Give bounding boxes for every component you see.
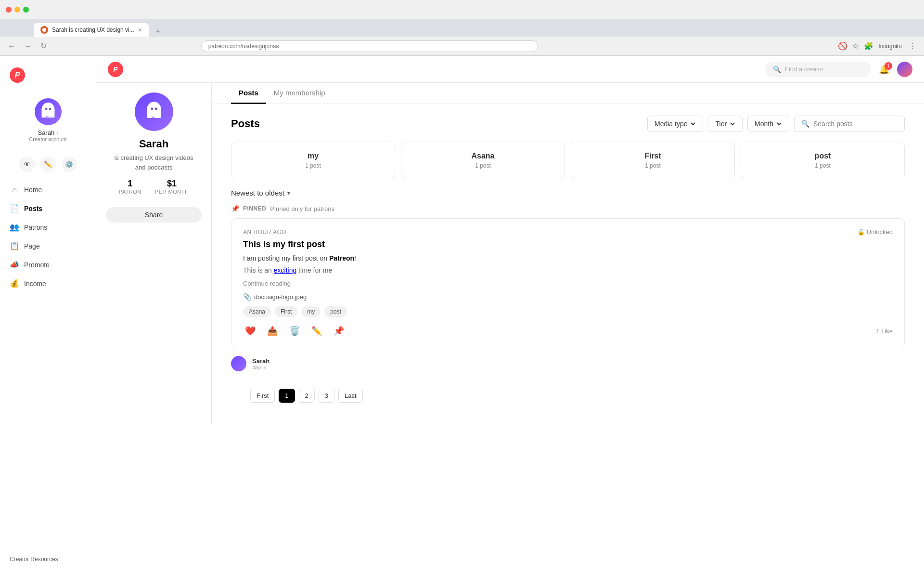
sidebar: P Sarah › Creator account 👁 ✏️	[0, 56, 96, 578]
posts-content-area: Posts My membership Posts Media type	[212, 83, 924, 424]
exciting-link[interactable]: exciting	[274, 266, 296, 274]
search-placeholder: Find a creator	[785, 66, 823, 73]
tag-post[interactable]: post	[324, 306, 347, 317]
sidebar-item-promote[interactable]: 📣 Promote	[0, 255, 96, 274]
tier-filter[interactable]: Tier	[708, 116, 743, 132]
settings-button[interactable]: ⚙️	[62, 157, 77, 172]
svg-rect-5	[147, 109, 161, 117]
pin-button[interactable]: 📌	[332, 324, 346, 338]
search-input[interactable]	[813, 120, 898, 128]
home-icon: ⌂	[10, 185, 19, 194]
profile-view-button[interactable]: 👁	[19, 157, 35, 172]
svg-point-3	[49, 108, 51, 110]
tag-card-asana[interactable]: Asana 1 post	[401, 142, 565, 179]
minimize-window-button[interactable]	[14, 7, 20, 13]
tag-first[interactable]: First	[275, 306, 297, 317]
notification-button[interactable]: 🔔 1	[879, 64, 889, 75]
share-post-button[interactable]: 📤	[265, 324, 280, 338]
income-icon: 💰	[10, 279, 19, 288]
sidebar-item-label-page: Page	[24, 242, 40, 250]
attachment-icon: 📎	[243, 293, 251, 301]
post-title[interactable]: This is my first post	[243, 239, 893, 250]
user-avatar-top[interactable]	[897, 62, 912, 77]
profile-name: Sarah	[139, 138, 168, 150]
post-meta: AN HOUR AGO 🔓 Unlocked	[243, 228, 893, 236]
close-window-button[interactable]	[6, 7, 12, 13]
user-name[interactable]: Sarah ›	[38, 129, 58, 136]
continue-reading-link[interactable]: Continue reading	[243, 280, 893, 287]
sidebar-item-home[interactable]: ⌂ Home	[0, 181, 96, 199]
sidebar-nav: ⌂ Home 📄 Posts 👥 Patrons 📋 Page 📣 Promot…	[0, 181, 96, 547]
sidebar-item-label-income: Income	[24, 280, 46, 288]
camera-off-icon: 🚫	[838, 41, 847, 51]
month-filter[interactable]: Month	[747, 116, 789, 132]
posts-header: Posts Media type Tier Month	[231, 116, 905, 132]
sort-bar: Newest to oldest ▾	[231, 189, 905, 197]
svg-point-6	[151, 107, 153, 110]
address-url: patreon.com/uxdesignjonas	[208, 43, 279, 50]
delete-button[interactable]: 🗑️	[287, 324, 302, 338]
global-search[interactable]: 🔍 Find a creator	[765, 62, 871, 77]
profile-sidebar: Sarah is creating UX design videos and p…	[96, 83, 212, 424]
tag-card-post[interactable]: post 1 post	[741, 142, 905, 179]
per-month-stat: $1 PER MONTH	[155, 179, 189, 195]
forward-button[interactable]: →	[22, 40, 34, 53]
top-nav-right: 🔍 Find a creator 🔔 1	[765, 62, 912, 77]
pinned-label: 📌 PINNED Pinned only for patrons	[231, 205, 905, 212]
refresh-button[interactable]: ↻	[38, 39, 49, 53]
tab-posts[interactable]: Posts	[231, 83, 266, 104]
comment-author: Sarah	[252, 357, 270, 365]
page-1-button[interactable]: 1	[279, 389, 295, 403]
back-button[interactable]: ←	[6, 40, 17, 53]
edit-button[interactable]: ✏️	[40, 157, 56, 172]
sidebar-item-label-home: Home	[24, 186, 42, 194]
tag-card-my[interactable]: my 1 post	[231, 142, 395, 179]
sidebar-item-label-posts: Posts	[24, 205, 42, 212]
last-page-button[interactable]: Last	[338, 389, 363, 403]
address-bar-input[interactable]: patreon.com/uxdesignjonas	[201, 40, 538, 52]
avatar[interactable]	[35, 98, 62, 125]
creator-resources-link[interactable]: Creator Resources	[10, 556, 58, 563]
like-button[interactable]: ❤️	[243, 324, 257, 338]
tab-membership[interactable]: My membership	[266, 83, 333, 104]
post-excerpt: This is an exciting time for me	[243, 266, 893, 274]
unlock-icon: 🔓	[858, 229, 865, 236]
sidebar-item-label-patrons: Patrons	[24, 223, 47, 231]
share-button[interactable]: Share	[106, 207, 202, 223]
tag-my[interactable]: my	[301, 306, 321, 317]
new-tab-button[interactable]: +	[153, 26, 164, 37]
search-icon-small: 🔍	[801, 120, 809, 128]
incognito-label: Incognito	[878, 43, 902, 50]
sidebar-item-income[interactable]: 💰 Income	[0, 274, 96, 293]
comment-time: 48min	[252, 365, 270, 370]
maximize-window-button[interactable]	[23, 7, 29, 13]
posts-icon: 📄	[10, 204, 19, 213]
page-3-button[interactable]: 3	[319, 389, 334, 403]
search-icon: 🔍	[773, 66, 781, 73]
first-page-button[interactable]: First	[250, 389, 275, 403]
tag-asana[interactable]: Asana	[243, 306, 271, 317]
tab-close-button[interactable]: ×	[138, 26, 142, 34]
svg-point-7	[154, 107, 157, 110]
edit-post-button[interactable]: ✏️	[309, 324, 324, 338]
posts-search[interactable]: 🔍	[794, 116, 905, 132]
page-2-button[interactable]: 2	[299, 389, 315, 403]
tag-card-first[interactable]: First 1 post	[571, 142, 735, 179]
browser-menu-button[interactable]: ⋮	[907, 39, 918, 53]
like-count: 1 Like	[876, 328, 893, 335]
browser-tab[interactable]: Sarah is creating UX design vi... ×	[34, 23, 149, 37]
post-actions: ❤️ 📤 🗑️ ✏️ 📌 1 Like	[243, 324, 893, 338]
patreon-logo[interactable]: P	[10, 67, 25, 83]
post-tags: Asana First my post	[243, 306, 893, 317]
user-section: Sarah › Creator account	[0, 92, 96, 148]
top-nav-logo[interactable]: P	[108, 62, 123, 77]
sidebar-item-patrons[interactable]: 👥 Patrons	[0, 218, 96, 236]
sidebar-item-posts[interactable]: 📄 Posts	[0, 199, 96, 218]
page-icon: 📋	[10, 241, 19, 250]
media-type-filter[interactable]: Media type	[647, 116, 703, 132]
sidebar-item-page[interactable]: 📋 Page	[0, 236, 96, 255]
extensions-icon: 🧩	[864, 41, 873, 51]
sort-button[interactable]: Newest to oldest ▾	[231, 189, 290, 197]
post-attachment[interactable]: 📎 docusign-logo.jpeg	[243, 293, 893, 301]
sidebar-footer: Creator Resources	[0, 547, 96, 570]
